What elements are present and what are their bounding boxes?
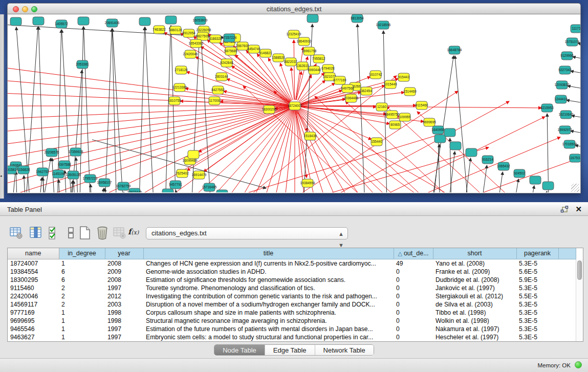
graph-node[interactable]: 5875685	[224, 47, 237, 55]
table-cell[interactable]: 2008	[105, 276, 143, 284]
graph-node[interactable]: 12325419	[287, 30, 301, 38]
scrollbar-thumb[interactable]	[577, 260, 582, 280]
graph-edge[interactable]	[525, 186, 534, 192]
table-cell[interactable]: 1	[59, 259, 105, 268]
graph-node[interactable]: 155440	[371, 138, 382, 146]
table-cell[interactable]: 5.3E-5	[516, 317, 558, 325]
graph-node[interactable]: 2053381	[76, 60, 89, 69]
graph-edge[interactable]	[124, 192, 127, 192]
table-cell[interactable]: 1998	[105, 309, 143, 317]
graph-node[interactable]	[78, 17, 89, 25]
column-header-name[interactable]: name	[8, 248, 59, 259]
graph-node[interactable]: 16648784	[447, 46, 462, 54]
table-cell[interactable]: 49	[394, 259, 433, 268]
graph-edge[interactable]	[74, 181, 77, 192]
graph-node[interactable]: 391581	[8, 166, 16, 174]
graph-edge[interactable]	[294, 117, 545, 192]
graph-edge[interactable]	[438, 136, 441, 192]
table-cell[interactable]: 9777169	[8, 309, 59, 317]
graph-node[interactable]: 15716485	[202, 183, 217, 191]
delete-trash-icon[interactable]	[95, 226, 110, 240]
graph-node[interactable]: 1015449	[384, 80, 397, 89]
table-cell[interactable]: 9465546	[8, 325, 59, 333]
table-cell[interactable]: 5.3E-5	[516, 259, 558, 268]
graph-edge[interactable]	[571, 71, 580, 80]
graph-node[interactable]: 8990448	[308, 66, 321, 74]
graph-node[interactable]: 9115460	[416, 101, 428, 110]
tab-edge-table[interactable]: Edge Table	[265, 345, 315, 355]
graph-edge[interactable]	[575, 145, 580, 154]
graph-node[interactable]: 7955812	[312, 55, 325, 63]
citation-graph[interactable]: 1872400718300295193845547463822886012889…	[8, 14, 580, 192]
graph-node[interactable]: 109955	[399, 113, 410, 121]
table-cell[interactable]: 9699695	[8, 317, 59, 325]
graph-node[interactable]: 16053809	[193, 16, 208, 25]
graph-node[interactable]: 17359928	[69, 148, 83, 156]
graph-node[interactable]: 362454	[361, 87, 372, 95]
table-cell[interactable]: Corpus callosum shape and size in male p…	[143, 309, 394, 317]
table-settings-icon[interactable]	[9, 226, 24, 240]
graph-node[interactable]: 16958107	[97, 179, 112, 187]
graph-edge[interactable]	[571, 131, 580, 140]
table-cell[interactable]: 1	[59, 325, 105, 333]
graph-node[interactable]: 18300295	[262, 105, 277, 114]
table-cell[interactable]: 1998	[105, 317, 143, 325]
graph-node[interactable]: 19218596	[376, 21, 391, 29]
graph-node[interactable]: 915443	[398, 73, 409, 81]
table-cell[interactable]: 6	[59, 268, 105, 276]
table-cell[interactable]: 5.9E-5	[516, 276, 558, 284]
graph-edge[interactable]	[59, 180, 61, 192]
table-scrollbar[interactable]	[576, 259, 582, 341]
table-cell[interactable]: 6	[59, 276, 105, 284]
graph-node[interactable]: 16210643	[559, 111, 574, 119]
graph-node[interactable]: 1156828	[17, 166, 30, 174]
graph-node[interactable]: 17016504	[562, 140, 577, 148]
graph-edge[interactable]	[8, 75, 295, 106]
graph-node[interactable]	[542, 182, 554, 190]
graph-node[interactable]: 1362615	[296, 62, 309, 70]
graph-edge[interactable]	[97, 188, 104, 192]
graph-node[interactable]: 8454749	[247, 45, 260, 53]
table-cell[interactable]: Estimation of significance thresholds fo…	[143, 276, 394, 284]
graph-edge[interactable]	[38, 27, 46, 192]
graph-node[interactable]: 20206576	[45, 148, 59, 157]
table-row[interactable]: 2242004622012Investigating the contribut…	[8, 292, 576, 300]
table-cell[interactable]: Franke et al. (2009)	[433, 268, 516, 276]
graph-edge[interactable]	[91, 184, 94, 192]
graph-edge[interactable]	[573, 57, 580, 65]
table-cell[interactable]: 18300295	[8, 276, 59, 284]
table-cell[interactable]: Jankovic et al. (1997)	[433, 284, 516, 292]
graph-node[interactable]	[33, 17, 44, 25]
table-cell[interactable]: 0	[394, 325, 433, 333]
table-cell[interactable]: 2009	[105, 268, 143, 276]
graph-edge[interactable]	[357, 24, 366, 192]
table-cell[interactable]: 5.3E-5	[516, 284, 558, 292]
table-cell[interactable]: Estimation of the future numbers of pati…	[143, 325, 394, 333]
graph-edge[interactable]	[299, 73, 324, 101]
column-header-in_degree[interactable]: in_degree	[59, 248, 105, 259]
table-cell[interactable]: 9115460	[8, 284, 59, 292]
float-panel-icon[interactable]	[560, 206, 569, 214]
graph-node[interactable]: 1405572	[55, 20, 68, 28]
graph-node[interactable]: 8912954	[182, 29, 195, 37]
table-row[interactable]: 977716911998Corpus callosum shape and si…	[8, 309, 576, 317]
graph-node[interactable]: 16914479	[192, 171, 207, 179]
graph-node[interactable]: 1244419	[554, 95, 568, 103]
table-cell[interactable]: 5.3E-5	[516, 333, 558, 341]
table-cell[interactable]: Structural magnetic resonance image aver…	[143, 317, 394, 325]
graph-node[interactable]: 15992971	[558, 126, 573, 134]
table-row[interactable]: 1830029562008Estimation of significance …	[8, 276, 576, 284]
graph-edge[interactable]	[164, 26, 171, 192]
table-cell[interactable]: 2	[59, 292, 105, 300]
graph-node[interactable]: 924502	[514, 169, 525, 178]
table-row[interactable]: 911546021997Tourette syndrome. Phenomeno…	[8, 284, 576, 292]
table-cell[interactable]: 0	[394, 300, 433, 309]
table-cell[interactable]: Tibbo et al. (1998)	[433, 309, 516, 317]
graph-node[interactable]: 15751074	[565, 38, 580, 46]
table-row[interactable]: 969969511998Structural magnetic resonanc…	[8, 317, 576, 325]
window-resize-grip[interactable]	[571, 184, 579, 192]
table-cell[interactable]: 0	[394, 317, 433, 325]
graph-edge[interactable]	[291, 68, 294, 100]
graph-node[interactable]: 80965	[389, 121, 401, 129]
table-cell[interactable]: Embryonic stem cells: a model to study s…	[143, 333, 394, 341]
